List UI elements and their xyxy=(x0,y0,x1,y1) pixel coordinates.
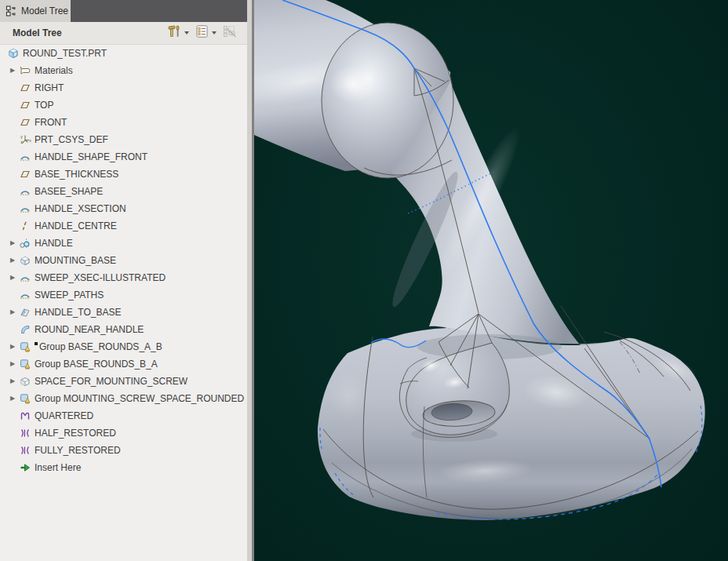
tree-item-space-for-mounting-screw[interactable]: ▶ SPACE_FOR_MOUNTING_SCREW xyxy=(0,373,247,390)
model-tree: ROUND_TEST.PRT▶ MaterialsRIGHTTOPFRONT y… xyxy=(0,45,247,561)
tree-item-quartered[interactable]: QUARTERED xyxy=(0,407,247,424)
extrude-icon xyxy=(18,254,31,268)
tree-item-label: Insert Here xyxy=(35,462,81,473)
sketch-icon xyxy=(18,151,31,164)
tree-item-mounting-base[interactable]: ▶ MOUNTING_BASE xyxy=(0,252,247,269)
tree-settings-button[interactable] xyxy=(165,23,191,43)
tree-item-fully-restored[interactable]: FULLY_RESTORED xyxy=(0,442,247,459)
svg-text:z: z xyxy=(20,140,23,144)
curve-icon xyxy=(18,220,31,233)
materials-icon xyxy=(18,64,31,78)
tree-item-handle-xsection[interactable]: HANDLE_XSECTION xyxy=(0,200,247,217)
tree-item-label: RIGHT xyxy=(35,82,64,93)
tree-item-round-test-prt[interactable]: ROUND_TEST.PRT xyxy=(0,45,247,62)
tree-item-basee-shape[interactable]: BASEE_SHAPE xyxy=(0,183,247,200)
tree-item-label: Group BASE_ROUNDS_B_A xyxy=(35,359,158,370)
quartered-icon xyxy=(18,410,31,423)
tree-item-label: TOP xyxy=(35,100,53,111)
tree-item-label: HANDLE_SHAPE_FRONT xyxy=(35,151,147,162)
panel-tab-bar: Model Tree xyxy=(0,0,254,22)
tree-item-label: MOUNTING_BASE xyxy=(35,255,116,266)
tree-item-label: FULLY_RESTORED xyxy=(35,445,121,456)
sphere-specular xyxy=(329,65,377,103)
svg-text:x: x xyxy=(29,138,31,143)
tree-show-hide-button xyxy=(220,23,239,43)
group-icon xyxy=(18,341,31,354)
tree-item-label: HANDLE_XSECTION xyxy=(35,203,126,214)
expand-arrow-icon[interactable]: ▶ xyxy=(7,390,18,407)
extrude_cut-icon xyxy=(18,375,31,388)
restore-icon xyxy=(18,444,31,457)
sketch-icon xyxy=(18,202,31,216)
plane-icon xyxy=(18,99,31,112)
tree-item-top[interactable]: TOP xyxy=(0,97,247,114)
sweep-icon xyxy=(18,237,31,250)
sketch-icon xyxy=(18,185,31,199)
model-tree-icon xyxy=(5,5,16,16)
group-icon xyxy=(18,392,31,406)
tree-item-half-restored[interactable]: HALF_RESTORED xyxy=(0,424,247,442)
plane-icon xyxy=(18,168,31,181)
model-tree-toolbar xyxy=(165,23,239,43)
tree-item-handle-to-base[interactable]: ▶ HANDLE_TO_BASE xyxy=(0,304,247,321)
3d-viewport[interactable] xyxy=(254,0,728,561)
tree-item-label: QUARTERED xyxy=(35,410,93,421)
svg-text:y: y xyxy=(20,134,23,139)
tree-item-prt-csys-def[interactable]: y z xPRT_CSYS_DEF xyxy=(0,131,247,148)
panel-title: Model Tree xyxy=(13,27,62,38)
restore-icon xyxy=(18,427,31,440)
group-icon xyxy=(18,358,31,371)
tree-item-materials[interactable]: ▶ Materials xyxy=(0,62,247,79)
plane-icon xyxy=(18,82,31,95)
tree-item-label: Materials xyxy=(35,65,73,76)
tree-item-label: HALF_RESTORED xyxy=(35,428,116,439)
tree-item-group-base-rounds-a-b[interactable]: ▶ Group BASE_ROUNDS_A_B xyxy=(0,338,247,355)
tree-item-label: SWEEP_XSEC-ILLUSTRATED xyxy=(35,272,166,283)
expand-arrow-icon[interactable]: ▶ xyxy=(7,304,18,321)
tree-item-right[interactable]: RIGHT xyxy=(0,79,247,97)
tree-item-round-near-handle[interactable]: ROUND_NEAR_HANDLE xyxy=(0,321,247,338)
expand-arrow-icon[interactable]: ▶ xyxy=(7,373,18,390)
tab-model-tree[interactable]: Model Tree xyxy=(0,0,71,22)
tree-item-label: HANDLE_TO_BASE xyxy=(35,307,122,318)
tools-icon xyxy=(166,24,182,42)
creo-window: Model Tree Model Tree xyxy=(0,0,728,561)
tree-item-group-mounting-screw-space-rounded[interactable]: ▶ Group MOUNTING_SCREW_SPACE_ROUNDED xyxy=(0,390,247,407)
tree-item-sweep-paths[interactable]: SWEEP_PATHS xyxy=(0,286,247,304)
tree-item-base-thickness[interactable]: BASE_THICKNESS xyxy=(0,166,247,183)
tree-item-group-base-rounds-b-a[interactable]: ▶ Group BASE_ROUNDS_B_A xyxy=(0,355,247,373)
tree-item-sweep-xsec-illustrated[interactable]: ▶ SWEEP_XSEC-ILLUSTRATED xyxy=(0,269,247,286)
tree-item-front[interactable]: FRONT xyxy=(0,114,247,131)
expand-arrow-icon[interactable]: ▶ xyxy=(7,355,18,373)
blend-icon xyxy=(18,306,31,319)
round-icon xyxy=(18,323,31,337)
hide-icon xyxy=(222,24,238,42)
base-left-sheen xyxy=(328,371,369,421)
plane-icon xyxy=(18,116,31,129)
expand-arrow-icon[interactable]: ▶ xyxy=(7,235,18,252)
insert-icon xyxy=(18,461,31,475)
tree-item-handle[interactable]: ▶ HANDLE xyxy=(0,235,247,252)
display-icon xyxy=(195,24,209,42)
3d-model-round-test[interactable] xyxy=(254,0,728,561)
tab-label: Model Tree xyxy=(21,5,68,16)
tree-item-handle-centre[interactable]: HANDLE_CENTRE xyxy=(0,217,247,235)
tree-item-label: Group BASE_ROUNDS_A_B xyxy=(39,341,162,352)
tree-item-handle-shape-front[interactable]: HANDLE_SHAPE_FRONT xyxy=(0,148,247,166)
tree-item-label: SWEEP_PATHS xyxy=(35,290,104,301)
dropdown-arrow-icon[interactable] xyxy=(212,31,217,35)
tree-item-label: HANDLE xyxy=(35,238,73,249)
tree-display-options-button[interactable] xyxy=(193,23,218,43)
tree-item-label: FRONT xyxy=(35,117,67,128)
model-tree-panel: Model Tree Model Tree xyxy=(0,0,254,561)
tree-item-label: PRT_CSYS_DEF xyxy=(35,134,108,145)
tree-item-label: BASEE_SHAPE xyxy=(35,186,103,197)
expand-arrow-icon[interactable]: ▶ xyxy=(7,62,18,79)
expand-arrow-icon[interactable]: ▶ xyxy=(7,269,18,286)
expand-arrow-icon[interactable]: ▶ xyxy=(7,252,18,269)
tree-item-insert-here[interactable]: Insert Here xyxy=(0,459,247,476)
expand-arrow-icon[interactable]: ▶ xyxy=(7,338,18,355)
sketch-icon xyxy=(18,289,31,302)
annotation-marker xyxy=(35,342,38,345)
dropdown-arrow-icon[interactable] xyxy=(184,31,189,35)
